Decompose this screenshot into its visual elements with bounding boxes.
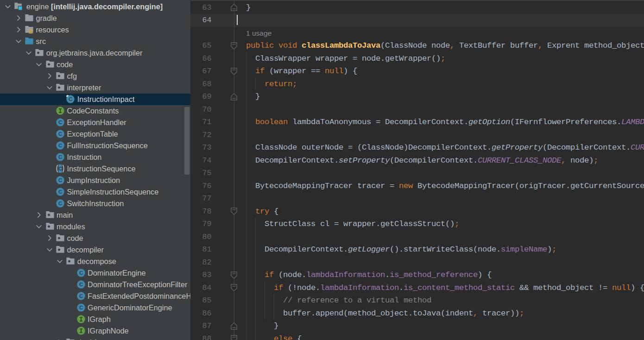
svg-text:C: C (58, 131, 62, 137)
svg-text:C: C (79, 282, 83, 287)
svg-text:C: C (79, 293, 83, 299)
svg-text:C: C (58, 201, 62, 206)
svg-text:C: C (58, 143, 62, 148)
svg-text:C: C (58, 120, 62, 125)
svg-text:C: C (69, 96, 72, 102)
svg-text:C: C (79, 305, 83, 310)
svg-text:C: C (79, 270, 83, 276)
svg-text:C: C (58, 177, 62, 183)
svg-text:C: C (58, 189, 62, 195)
svg-text:C: C (58, 154, 62, 160)
svg-text:C: C (58, 166, 62, 171)
